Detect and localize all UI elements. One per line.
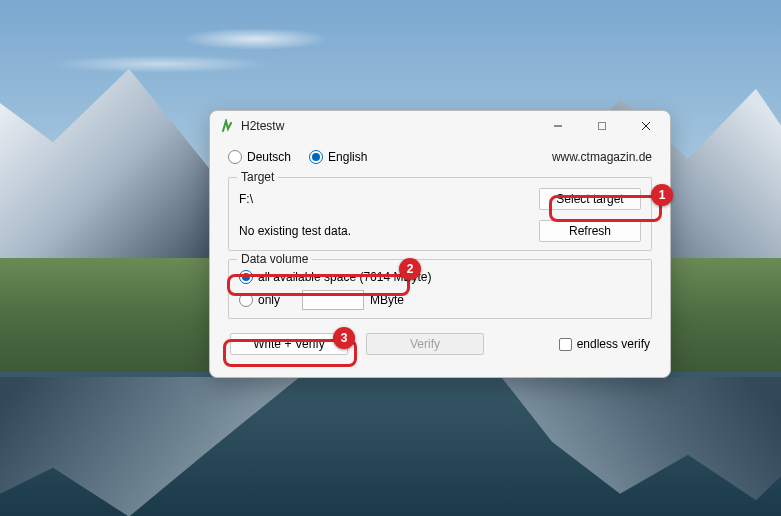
verify-button[interactable]: Verify [366,333,484,355]
radio-all-space-label: all available space (7614 MByte) [258,270,431,284]
data-volume-group-label: Data volume [237,252,312,266]
data-volume-group: Data volume all available space (7614 MB… [228,259,652,319]
radio-label-de: Deutsch [247,150,291,164]
radio-icon [309,150,323,164]
only-unit-label: MByte [370,293,404,307]
radio-deutsch[interactable]: Deutsch [228,150,291,164]
radio-icon [239,293,253,307]
close-button[interactable] [624,112,668,140]
refresh-button[interactable]: Refresh [539,220,641,242]
endless-verify-checkbox[interactable]: endless verify [559,337,650,351]
app-window: H2testw Deutsch English www.ctmagazin.de [209,110,671,378]
radio-icon [228,150,242,164]
endless-verify-label: endless verify [577,337,650,351]
target-path: F:\ [239,192,539,206]
target-status: No existing test data. [239,224,539,238]
window-title: H2testw [241,119,284,133]
radio-english[interactable]: English [309,150,367,164]
app-icon [220,119,234,133]
radio-only[interactable]: only [239,293,280,307]
select-target-button[interactable]: Select target [539,188,641,210]
radio-label-en: English [328,150,367,164]
website-link[interactable]: www.ctmagazin.de [552,150,652,164]
svg-rect-1 [599,123,606,130]
radio-all-space[interactable]: all available space (7614 MByte) [239,270,431,284]
target-group-label: Target [237,170,278,184]
radio-only-label: only [258,293,280,307]
minimize-button[interactable] [536,112,580,140]
maximize-button[interactable] [580,112,624,140]
only-amount-input[interactable] [302,290,364,310]
checkbox-icon [559,338,572,351]
write-verify-button[interactable]: Write + Verify [230,333,348,355]
titlebar: H2testw [210,111,670,141]
radio-icon [239,270,253,284]
target-group: Target F:\ Select target No existing tes… [228,177,652,251]
